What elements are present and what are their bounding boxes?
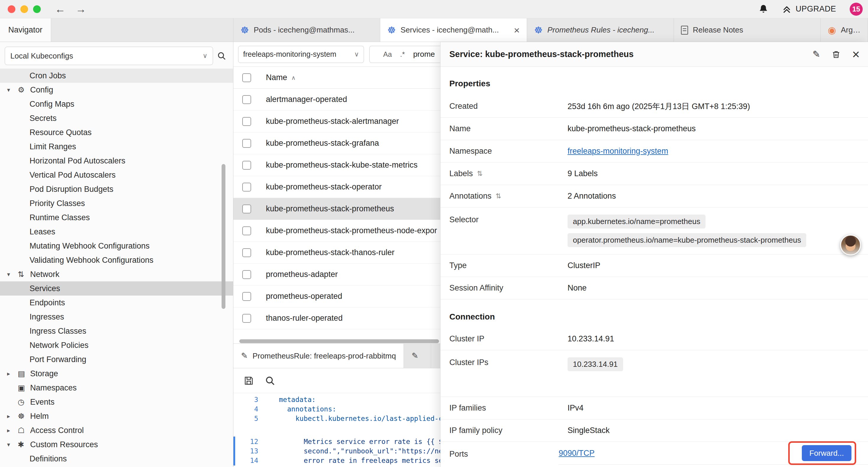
sidebar-item-pod-disruption-budgets[interactable]: Pod Disruption Budgets <box>0 182 233 196</box>
row-checkbox[interactable] <box>242 270 251 279</box>
tab-release-notes[interactable]: Release Notes <box>674 18 821 42</box>
row-checkbox[interactable] <box>242 161 251 170</box>
sidebar-item-helm[interactable]: Helm <box>0 409 233 423</box>
close-panel-icon[interactable]: × <box>852 49 860 59</box>
editor-tab-prometheusrule-freeleaps-prod-rabbitmq[interactable]: PrometheusRule: freeleaps-prod-rabbitmq <box>234 344 404 368</box>
notification-badge[interactable]: 15 <box>850 3 863 16</box>
port-link[interactable]: 9090/TCP <box>559 449 595 458</box>
sidebar-item-secrets[interactable]: Secrets <box>0 111 233 125</box>
detail-label: Cluster IPs <box>450 350 567 367</box>
editor-search-button[interactable] <box>265 375 275 386</box>
namespace-select[interactable]: freeleaps-monitoring-system ∨ <box>238 46 364 63</box>
row-checkbox[interactable] <box>242 292 251 301</box>
forward-button-wrap: Forward... <box>802 445 851 461</box>
expand-toggle-icon[interactable]: ⇅ <box>477 170 483 178</box>
navigator-zone: Navigator <box>0 18 234 42</box>
forward-button[interactable]: Forward... <box>802 445 851 461</box>
sidebar-item-limit-ranges[interactable]: Limit Ranges <box>0 140 233 154</box>
select-all-checkbox[interactable] <box>242 73 251 82</box>
minimize-window-button[interactable] <box>20 5 28 13</box>
sidebar-item-config[interactable]: Config <box>0 83 233 97</box>
table-horizontal-scrollbar[interactable] <box>239 339 439 343</box>
sidebar-item-port-forwarding[interactable]: Port Forwarding <box>0 352 233 367</box>
tab-argo-s[interactable]: Argo S... <box>821 18 868 42</box>
sidebar-item-definitions[interactable]: Definitions <box>0 451 233 466</box>
sidebar-item-mutating-webhook-configurations[interactable]: Mutating Webhook Configurations <box>0 239 233 253</box>
sidebar-item-ingress-classes[interactable]: Ingress Classes <box>0 324 233 338</box>
row-checkbox[interactable] <box>242 139 251 148</box>
match-case-toggle[interactable]: Aa <box>383 50 392 59</box>
chevron-right-icon[interactable] <box>7 427 18 434</box>
row-checkbox[interactable] <box>242 205 251 213</box>
editor-tab-label: PrometheusRule: freeleaps-prod-rabbitmq <box>253 351 396 360</box>
sidebar-item-validating-webhook-configurations[interactable]: Validating Webhook Configurations <box>0 253 233 267</box>
sidebar-item-cron-jobs[interactable]: Cron Jobs <box>0 68 233 83</box>
sidebar-item-access-control[interactable]: Access Control <box>0 423 233 437</box>
navigator-panel-tab[interactable]: Navigator <box>0 18 51 42</box>
sidebar-item-ingresses[interactable]: Ingresses <box>0 310 233 324</box>
close-window-button[interactable] <box>8 5 16 13</box>
sidebar-item-config-maps[interactable]: Config Maps <box>0 97 233 111</box>
sidebar-item-horizontal-pod-autoscalers[interactable]: Horizontal Pod Autoscalers <box>0 154 233 168</box>
sidebar-scrollbar[interactable] <box>222 164 225 309</box>
tab-label: Release Notes <box>693 25 743 35</box>
forward-arrow-icon[interactable]: → <box>75 4 86 14</box>
user-avatar[interactable] <box>840 235 861 255</box>
row-checkbox[interactable] <box>242 183 251 192</box>
code-text: metadata: <box>266 396 316 404</box>
sidebar-search-button[interactable] <box>213 47 230 64</box>
sidebar-item-services[interactable]: Services <box>0 282 233 296</box>
detail-label-text: Annotations <box>450 192 492 201</box>
regex-toggle[interactable]: .* <box>400 50 405 59</box>
chevron-right-icon[interactable] <box>7 413 18 420</box>
sidebar-item-endpoints[interactable]: Endpoints <box>0 296 233 310</box>
detail-row-annotations: Annotations⇅2 Annotations <box>440 185 868 207</box>
sidebar-item-network-policies[interactable]: Network Policies <box>0 338 233 352</box>
row-checkbox[interactable] <box>242 314 251 323</box>
detail-row-namespace: Namespacefreeleaps-monitoring-system <box>440 140 868 163</box>
column-header-name[interactable]: Name ∧ <box>266 73 296 82</box>
back-arrow-icon[interactable]: ← <box>55 4 66 14</box>
row-checkbox[interactable] <box>242 248 251 257</box>
tab-services-icecheng-math[interactable]: Services - icecheng@math...× <box>380 18 527 42</box>
tab-prometheus-rules-icecheng[interactable]: Prometheus Rules - icecheng... <box>527 18 674 42</box>
sidebar-item-priority-classes[interactable]: Priority Classes <box>0 196 233 210</box>
sidebar-item-resource-quotas[interactable]: Resource Quotas <box>0 125 233 140</box>
sidebar-item-vertical-pod-autoscalers[interactable]: Vertical Pod Autoscalers <box>0 168 233 182</box>
tab-pods-icecheng-mathmas[interactable]: Pods - icecheng@mathmas... <box>234 18 380 42</box>
sidebar-item-leases[interactable]: Leases <box>0 225 233 239</box>
sidebar-item-namespaces[interactable]: Namespaces <box>0 381 233 395</box>
close-tab-icon[interactable]: × <box>514 25 520 35</box>
pencil-icon <box>411 352 418 360</box>
save-icon <box>243 375 254 386</box>
notifications-bell-icon[interactable] <box>758 4 769 14</box>
upgrade-button[interactable]: UPGRADE <box>782 4 836 14</box>
detail-label-text: Selector <box>450 215 478 224</box>
chevron-down-icon[interactable] <box>7 441 18 448</box>
code-text: kubectl.kubernetes.io/last-applied-co <box>266 415 447 422</box>
line-number: 12 <box>234 438 266 445</box>
detail-link[interactable]: freeleaps-monitoring-system <box>567 147 668 156</box>
kubeconfig-select[interactable]: Local Kubeconfigs ∨ <box>5 47 213 65</box>
detail-label: Labels⇅ <box>450 169 567 178</box>
editor-tab-item[interactable] <box>404 344 431 368</box>
sidebar-item-network[interactable]: Network <box>0 267 233 282</box>
detail-label: Session Affinity <box>450 284 567 293</box>
sidebar-item-events[interactable]: Events <box>0 395 233 409</box>
chevron-down-icon[interactable] <box>7 271 18 278</box>
detail-label: Name <box>450 124 567 133</box>
chevron-right-icon[interactable] <box>7 370 18 377</box>
sidebar-item-runtime-classes[interactable]: Runtime Classes <box>0 210 233 225</box>
chevron-down-icon[interactable] <box>7 86 18 93</box>
row-checkbox[interactable] <box>242 95 251 104</box>
edit-icon[interactable]: ✎ <box>812 49 820 60</box>
sidebar-item-custom-resources[interactable]: Custom Resources <box>0 437 233 451</box>
sidebar-item-storage[interactable]: Storage <box>0 367 233 381</box>
detail-label: Cluster IP <box>450 334 567 344</box>
row-checkbox[interactable] <box>242 226 251 235</box>
save-button[interactable] <box>243 375 254 386</box>
zoom-window-button[interactable] <box>33 5 41 13</box>
row-checkbox[interactable] <box>242 117 251 126</box>
expand-toggle-icon[interactable]: ⇅ <box>496 192 501 200</box>
delete-icon[interactable] <box>831 50 841 59</box>
